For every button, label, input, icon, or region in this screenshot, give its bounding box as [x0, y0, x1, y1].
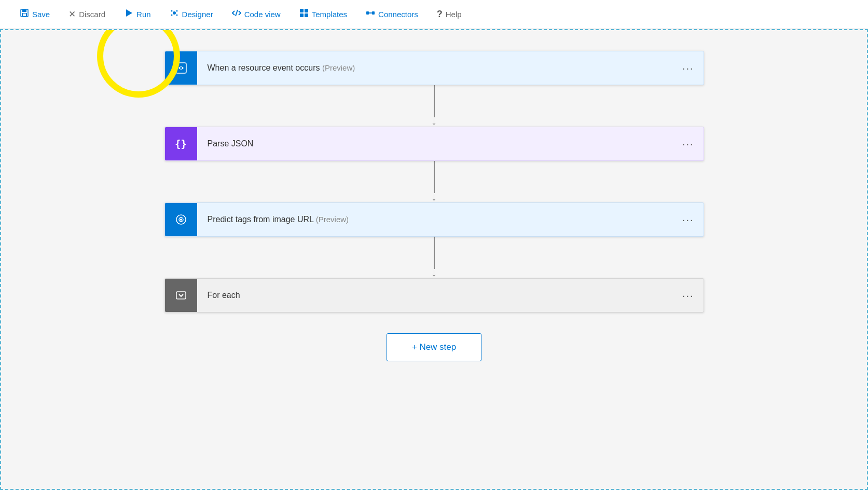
- arrow-head-2: ↓: [431, 191, 437, 202]
- arrow-1: ↓: [431, 85, 437, 127]
- svg-point-9: [176, 15, 177, 16]
- toolbar: Save ✕ Discard Run Designer Code view Te…: [0, 0, 868, 29]
- new-step-label: + New step: [412, 342, 457, 352]
- connectors-label: Connectors: [378, 10, 418, 19]
- arrow-head-3: ↓: [431, 267, 437, 278]
- svg-rect-1: [22, 9, 26, 12]
- connectors-icon: [366, 8, 375, 20]
- codeview-label: Code view: [244, 10, 281, 19]
- codeview-icon: [232, 8, 241, 20]
- save-icon: [20, 8, 29, 20]
- svg-point-6: [171, 10, 172, 12]
- svg-rect-11: [300, 9, 304, 12]
- svg-rect-14: [305, 13, 308, 17]
- designer-label: Designer: [182, 10, 213, 19]
- step-predict[interactable]: Predict tags from image URL (Preview) ··…: [164, 202, 704, 237]
- run-icon: [124, 8, 133, 20]
- svg-rect-12: [305, 9, 308, 12]
- trigger-icon: [165, 51, 197, 85]
- json-icon: {}: [165, 127, 197, 160]
- svg-point-22: [180, 219, 182, 221]
- svg-rect-13: [300, 13, 304, 17]
- save-button[interactable]: Save: [12, 4, 57, 24]
- templates-button[interactable]: Templates: [292, 4, 354, 24]
- arrow-3: ↓: [431, 237, 437, 278]
- svg-marker-4: [126, 9, 132, 17]
- svg-rect-23: [176, 292, 186, 299]
- trigger-menu[interactable]: ···: [673, 62, 704, 74]
- arrow-2: ↓: [431, 161, 437, 202]
- predict-menu[interactable]: ···: [673, 214, 704, 226]
- templates-label: Templates: [312, 10, 347, 19]
- run-button[interactable]: Run: [117, 4, 158, 24]
- designer-icon: [170, 8, 179, 20]
- discard-icon: ✕: [68, 9, 76, 20]
- trigger-title: When a resource event occurs (Preview): [197, 63, 673, 73]
- json-menu[interactable]: ···: [673, 138, 704, 150]
- svg-rect-15: [366, 11, 369, 15]
- foreach-menu[interactable]: ···: [673, 290, 704, 302]
- step-foreach[interactable]: For each ···: [164, 278, 704, 312]
- templates-icon: [299, 8, 309, 20]
- foreach-title: For each: [197, 291, 673, 300]
- help-button[interactable]: ? Help: [430, 5, 469, 24]
- connectors-button[interactable]: Connectors: [359, 4, 425, 24]
- new-step-button[interactable]: + New step: [387, 333, 482, 361]
- designer-button[interactable]: Designer: [162, 4, 221, 24]
- arrow-line-3: [434, 237, 435, 269]
- arrow-head-1: ↓: [431, 115, 437, 127]
- save-label: Save: [32, 10, 50, 19]
- discard-label: Discard: [79, 10, 105, 19]
- help-icon: ?: [437, 9, 443, 20]
- json-title: Parse JSON: [197, 139, 673, 148]
- step-trigger[interactable]: When a resource event occurs (Preview) ·…: [164, 51, 704, 85]
- svg-point-7: [176, 10, 177, 12]
- flow-container: When a resource event occurs (Preview) ·…: [1, 30, 867, 392]
- discard-button[interactable]: ✕ Discard: [61, 5, 113, 24]
- foreach-icon: [165, 279, 197, 312]
- svg-point-19: [180, 67, 182, 69]
- predict-icon: [165, 203, 197, 236]
- svg-point-8: [171, 15, 172, 16]
- codeview-button[interactable]: Code view: [225, 4, 288, 24]
- predict-title: Predict tags from image URL (Preview): [197, 215, 673, 224]
- svg-rect-3: [23, 13, 26, 16]
- step-json[interactable]: {} Parse JSON ···: [164, 127, 704, 161]
- svg-line-10: [236, 10, 238, 16]
- svg-point-5: [173, 11, 176, 15]
- arrow-line-1: [434, 85, 435, 117]
- arrow-line-2: [434, 161, 435, 193]
- svg-rect-16: [372, 11, 375, 15]
- workflow-canvas: When a resource event occurs (Preview) ·…: [0, 29, 868, 490]
- help-label: Help: [446, 10, 462, 19]
- run-label: Run: [136, 10, 151, 19]
